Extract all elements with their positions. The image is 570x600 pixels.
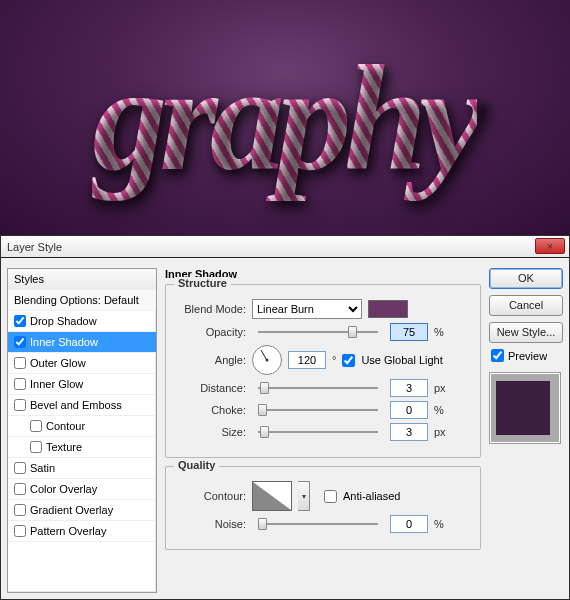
dialog-buttons: OK Cancel New Style... Preview: [489, 268, 563, 593]
style-label: Color Overlay: [30, 483, 97, 495]
choke-row: Choke: %: [176, 401, 470, 419]
distance-unit: px: [434, 382, 446, 394]
style-row-satin[interactable]: Satin: [8, 458, 156, 479]
distance-row: Distance: px: [176, 379, 470, 397]
style-row-color-overlay[interactable]: Color Overlay: [8, 479, 156, 500]
preview-checkbox[interactable]: [491, 349, 504, 362]
layer-style-dialog: Layer Style × Styles Blending Options: D…: [0, 235, 570, 600]
choke-slider[interactable]: [258, 409, 378, 411]
gradient-overlay-checkbox[interactable]: [14, 504, 26, 516]
preview-thumbnail: [489, 372, 561, 444]
pattern-overlay-checkbox[interactable]: [14, 525, 26, 537]
blend-mode-label: Blend Mode:: [176, 303, 246, 315]
distance-input[interactable]: [390, 379, 428, 397]
styles-header[interactable]: Styles: [8, 269, 156, 290]
inner-shadow-checkbox[interactable]: [14, 336, 26, 348]
size-slider[interactable]: [258, 431, 378, 433]
shadow-color-swatch[interactable]: [368, 300, 408, 318]
style-row-contour[interactable]: Contour: [8, 416, 156, 437]
noise-row: Noise: %: [176, 515, 470, 533]
preview-row: Preview: [489, 349, 563, 362]
angle-input[interactable]: [288, 351, 326, 369]
style-label: Outer Glow: [30, 357, 86, 369]
contour-dropdown[interactable]: [298, 481, 310, 511]
style-row-bevel-emboss[interactable]: Bevel and Emboss: [8, 395, 156, 416]
antialiased-label: Anti-aliased: [343, 490, 400, 502]
angle-unit: °: [332, 354, 336, 366]
structure-group: Structure Blend Mode: Linear Burn Opacit…: [165, 284, 481, 458]
style-row-outer-glow[interactable]: Outer Glow: [8, 353, 156, 374]
size-label: Size:: [176, 426, 246, 438]
blend-mode-select[interactable]: Linear Burn: [252, 299, 362, 319]
noise-slider[interactable]: [258, 523, 378, 525]
distance-label: Distance:: [176, 382, 246, 394]
color-overlay-checkbox[interactable]: [14, 483, 26, 495]
opacity-input[interactable]: [390, 323, 428, 341]
settings-panel: Inner Shadow Structure Blend Mode: Linea…: [165, 268, 481, 593]
style-row-inner-glow[interactable]: Inner Glow: [8, 374, 156, 395]
quality-group: Quality Contour: Anti-aliased Noise: %: [165, 466, 481, 550]
preview-label: Preview: [508, 350, 547, 362]
contour-row: Contour: Anti-aliased: [176, 481, 470, 511]
angle-row: Angle: ° Use Global Light: [176, 345, 470, 375]
noise-input[interactable]: [390, 515, 428, 533]
style-row-gradient-overlay[interactable]: Gradient Overlay: [8, 500, 156, 521]
style-label: Bevel and Emboss: [30, 399, 122, 411]
dialog-titlebar[interactable]: Layer Style ×: [1, 236, 569, 258]
use-global-light-label: Use Global Light: [361, 354, 442, 366]
style-row-inner-shadow[interactable]: Inner Shadow: [8, 332, 156, 353]
styles-list: Styles Blending Options: Default Drop Sh…: [7, 268, 157, 593]
choke-label: Choke:: [176, 404, 246, 416]
opacity-unit: %: [434, 326, 444, 338]
satin-checkbox[interactable]: [14, 462, 26, 474]
style-row-texture[interactable]: Texture: [8, 437, 156, 458]
contour-label: Contour:: [176, 490, 246, 502]
style-label: Drop Shadow: [30, 315, 97, 327]
choke-unit: %: [434, 404, 444, 416]
size-unit: px: [434, 426, 446, 438]
inner-glow-checkbox[interactable]: [14, 378, 26, 390]
ok-button[interactable]: OK: [489, 268, 563, 289]
style-label: Inner Glow: [30, 378, 83, 390]
blend-mode-row: Blend Mode: Linear Burn: [176, 299, 470, 319]
style-label: Texture: [46, 441, 82, 453]
noise-label: Noise:: [176, 518, 246, 530]
structure-label: Structure: [174, 277, 231, 289]
size-row: Size: px: [176, 423, 470, 441]
close-icon: ×: [547, 240, 553, 252]
angle-label: Angle:: [176, 354, 246, 366]
choke-input[interactable]: [390, 401, 428, 419]
drop-shadow-checkbox[interactable]: [14, 315, 26, 327]
style-label: Satin: [30, 462, 55, 474]
style-label: Contour: [46, 420, 85, 432]
style-label: Gradient Overlay: [30, 504, 113, 516]
preview-sample: [496, 381, 550, 435]
distance-slider[interactable]: [258, 387, 378, 389]
use-global-light-checkbox[interactable]: [342, 354, 355, 367]
blending-options-label: Blending Options: Default: [14, 294, 139, 306]
opacity-row: Opacity: %: [176, 323, 470, 341]
new-style-button[interactable]: New Style...: [489, 322, 563, 343]
cancel-button[interactable]: Cancel: [489, 295, 563, 316]
candy-text-sample: graphy: [92, 32, 477, 204]
style-label: Inner Shadow: [30, 336, 98, 348]
antialiased-checkbox[interactable]: [324, 490, 337, 503]
size-input[interactable]: [390, 423, 428, 441]
contour-picker[interactable]: [252, 481, 292, 511]
style-label: Pattern Overlay: [30, 525, 106, 537]
outer-glow-checkbox[interactable]: [14, 357, 26, 369]
opacity-label: Opacity:: [176, 326, 246, 338]
close-button[interactable]: ×: [535, 238, 565, 254]
document-canvas: graphy: [0, 0, 570, 235]
noise-unit: %: [434, 518, 444, 530]
quality-label: Quality: [174, 459, 219, 471]
angle-dial[interactable]: [252, 345, 282, 375]
style-row-drop-shadow[interactable]: Drop Shadow: [8, 311, 156, 332]
texture-checkbox[interactable]: [30, 441, 42, 453]
dialog-title: Layer Style: [7, 241, 62, 253]
opacity-slider[interactable]: [258, 331, 378, 333]
style-row-pattern-overlay[interactable]: Pattern Overlay: [8, 521, 156, 542]
contour-checkbox[interactable]: [30, 420, 42, 432]
bevel-emboss-checkbox[interactable]: [14, 399, 26, 411]
blending-options-row[interactable]: Blending Options: Default: [8, 290, 156, 311]
